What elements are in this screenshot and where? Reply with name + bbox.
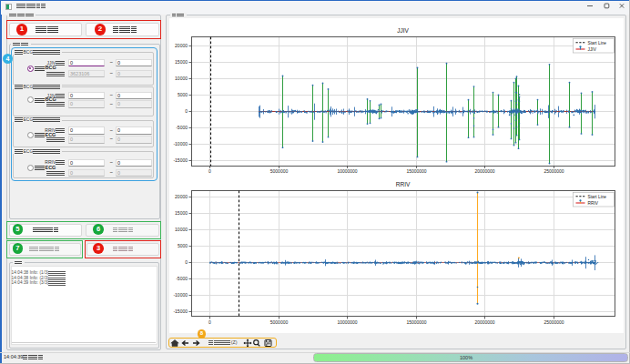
svg-text:10000000: 10000000 xyxy=(337,168,357,174)
svg-text:Start Line: Start Line xyxy=(588,41,607,46)
svg-text:5000: 5000 xyxy=(178,243,188,248)
svg-text:15000: 15000 xyxy=(175,59,188,65)
svg-text:5000000: 5000000 xyxy=(270,168,289,174)
svg-text:RRIV: RRIV xyxy=(588,201,599,206)
svg-text:15000000: 15000000 xyxy=(406,319,426,325)
svg-text:-15000: -15000 xyxy=(173,157,188,163)
svg-text:0: 0 xyxy=(185,108,188,114)
svg-text:10000: 10000 xyxy=(175,227,188,232)
svg-text:25000000: 25000000 xyxy=(544,168,564,174)
svg-text:0: 0 xyxy=(208,168,211,174)
svg-text:5000000: 5000000 xyxy=(270,319,289,325)
svg-text:-15000: -15000 xyxy=(173,308,188,314)
svg-text:10000: 10000 xyxy=(175,76,188,81)
svg-text:15000: 15000 xyxy=(175,210,188,216)
svg-text:20000: 20000 xyxy=(175,194,188,199)
svg-text:10000000: 10000000 xyxy=(337,319,357,325)
svg-text:25000000: 25000000 xyxy=(544,319,564,325)
svg-text:5000: 5000 xyxy=(178,92,188,97)
svg-text:20000000: 20000000 xyxy=(474,168,494,174)
svg-text:JJIV: JJIV xyxy=(397,27,409,34)
svg-text:0: 0 xyxy=(185,259,188,265)
svg-text:RRIV: RRIV xyxy=(396,181,411,187)
svg-text:20000000: 20000000 xyxy=(474,319,494,325)
svg-text:-5000: -5000 xyxy=(176,276,188,281)
svg-text:JJIV: JJIV xyxy=(588,47,597,52)
svg-text:-10000: -10000 xyxy=(173,292,188,298)
svg-text:0: 0 xyxy=(208,319,211,325)
svg-text:Start Line: Start Line xyxy=(588,195,607,199)
svg-text:15000000: 15000000 xyxy=(406,168,426,174)
svg-text:20000: 20000 xyxy=(175,43,188,48)
svg-text:-10000: -10000 xyxy=(173,141,188,147)
svg-text:-5000: -5000 xyxy=(176,125,188,130)
